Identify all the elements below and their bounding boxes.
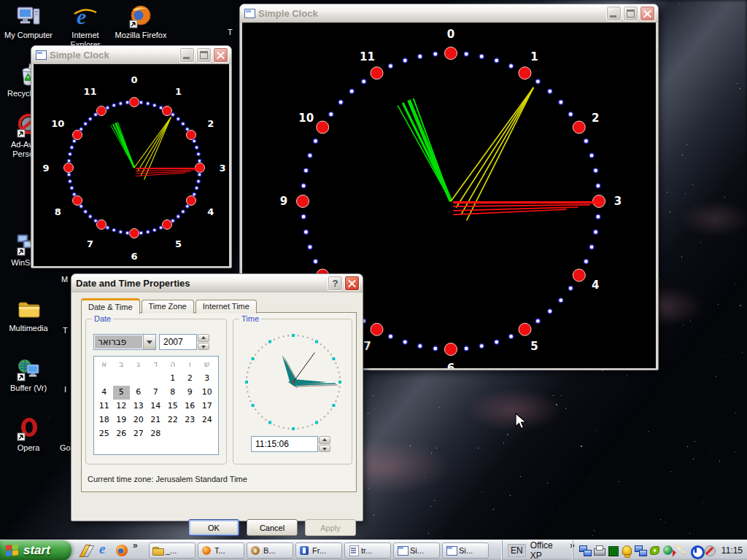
minimize-button[interactable] — [179, 47, 195, 63]
desktop-icon-my-computer[interactable]: My Computer — [1, 4, 55, 40]
calendar-day-13[interactable]: 13 — [130, 400, 147, 413]
apply-button[interactable]: Apply — [305, 519, 356, 536]
help-button[interactable]: ? — [328, 276, 343, 291]
calendar-empty-cell — [96, 372, 113, 386]
calendar-day-24[interactable]: 24 — [198, 413, 216, 427]
calendar-day-1[interactable]: 1 — [164, 372, 182, 386]
calendar-day-26[interactable]: 26 — [113, 427, 131, 441]
maximize-button[interactable] — [623, 6, 638, 21]
calendar-day-15[interactable]: 15 — [164, 400, 182, 413]
year-spinner: 2007 — [159, 334, 209, 350]
tray-globe-download-icon[interactable] — [662, 545, 675, 556]
calendar-day-27[interactable]: 27 — [130, 427, 147, 441]
language-indicator[interactable]: EN — [508, 544, 526, 557]
taskbar-task-bearshare[interactable]: B... — [247, 542, 293, 559]
taskbar-task-tr[interactable]: tr... — [344, 542, 391, 559]
svg-text:2: 2 — [207, 118, 214, 129]
calendar-day-7[interactable]: 7 — [147, 386, 165, 400]
tray-magic-wand-icon[interactable] — [676, 545, 689, 556]
svg-text:0: 0 — [447, 28, 454, 41]
taskbar-task-fr[interactable]: Fr... — [295, 542, 342, 559]
svg-text:1: 1 — [530, 50, 538, 63]
calendar-day-11[interactable]: 11 — [96, 400, 113, 413]
quick-launch-firefox-icon[interactable] — [115, 544, 128, 557]
calendar-day-4[interactable]: 4 — [96, 386, 113, 400]
dialog-analog-clock — [235, 331, 352, 433]
calendar-day-18[interactable]: 18 — [96, 413, 113, 427]
date-group-label: Date — [92, 314, 113, 323]
time-field[interactable]: 11:15:06 — [251, 436, 318, 452]
desktop-icon-internet-explorer[interactable]: e Internet Explorer — [58, 4, 112, 50]
calendar-day-2[interactable]: 2 — [182, 372, 199, 386]
calendar-day-8[interactable]: 8 — [164, 386, 182, 400]
taskbar: start » _... T... B... Fr... tr... Si...… — [0, 540, 747, 560]
desktop-icon-mozilla-firefox[interactable]: Mozilla Firefox — [114, 4, 168, 40]
calendar-day-3[interactable]: 3 — [198, 372, 216, 386]
tray-nvidia-icon[interactable] — [649, 545, 661, 556]
calendar-day-17[interactable]: 17 — [198, 400, 216, 413]
calendar-day-21[interactable]: 21 — [147, 413, 165, 427]
tray-printer-icon[interactable] — [593, 545, 605, 556]
year-down-button[interactable] — [198, 343, 209, 351]
titlebar[interactable]: Date and Time Properties ? — [71, 274, 363, 292]
calendar-empty-cell — [198, 427, 216, 441]
month-select[interactable]: פברואר — [93, 334, 156, 350]
minimize-button[interactable] — [606, 6, 622, 21]
tab-internet-time[interactable]: Internet Time — [196, 300, 257, 314]
quick-launch-internet-explorer-icon[interactable] — [98, 544, 111, 557]
calendar-day-14[interactable]: 14 — [147, 400, 165, 413]
quick-launch-winamp-icon[interactable] — [80, 544, 93, 557]
maximize-button[interactable] — [196, 47, 212, 63]
close-button[interactable] — [344, 276, 360, 291]
quick-launch: » — [76, 540, 149, 560]
calendar-day-16[interactable]: 16 — [182, 400, 199, 413]
calendar-day-23[interactable]: 23 — [182, 413, 199, 427]
taskbar-task-simple-clock-2[interactable]: Si... — [442, 542, 489, 559]
desktop-icon-buffer-vr[interactable]: Buffer (Vr) — [1, 357, 55, 393]
simple-clock-window-small: Simple Clock 01234567891011 — [31, 45, 232, 268]
desktop-icon-opera[interactable]: Opera — [1, 417, 55, 453]
close-button[interactable] — [640, 6, 655, 21]
calendar-empty-cell — [113, 372, 131, 386]
blue-app-icon — [299, 545, 310, 556]
calendar-day-6[interactable]: 6 — [130, 386, 147, 400]
multimedia-folder-icon — [16, 298, 41, 322]
tray-download-manager-icon[interactable] — [690, 545, 703, 556]
calendar-day-22[interactable]: 22 — [164, 413, 182, 427]
quick-launch-chevron-icon[interactable]: » — [133, 540, 138, 551]
time-up-button[interactable] — [319, 436, 330, 444]
tray-network-icon[interactable] — [635, 545, 647, 556]
tab-date-and-time[interactable]: Date & Time — [81, 298, 140, 314]
desktop-icon-multimedia[interactable]: Multimedia — [1, 298, 55, 333]
ok-button[interactable]: OK — [188, 519, 239, 536]
calendar-day-5[interactable]: 5 — [113, 386, 131, 400]
year-field[interactable]: 2007 — [159, 334, 197, 350]
calendar-day-28[interactable]: 28 — [147, 427, 165, 441]
tray-blocked-icon[interactable] — [704, 545, 716, 556]
calendar-day-25[interactable]: 25 — [96, 427, 113, 441]
time-down-button[interactable] — [319, 445, 330, 453]
calendar-day-9[interactable]: 9 — [182, 386, 199, 400]
month-dropdown-button[interactable] — [143, 335, 155, 349]
calendar-day-20[interactable]: 20 — [130, 413, 147, 427]
tray-led-grid-icon[interactable] — [607, 545, 619, 556]
taskbar-task-folder[interactable]: _... — [149, 542, 196, 559]
taskbar-task-simple-clock-1[interactable]: Si... — [393, 542, 440, 559]
tray-network-icon[interactable] — [579, 545, 592, 556]
calendar-day-19[interactable]: 19 — [113, 413, 131, 427]
internet-explorer-icon: e — [73, 4, 98, 29]
cancel-button[interactable]: Cancel — [247, 519, 298, 536]
start-button[interactable]: start — [0, 540, 71, 560]
calendar-day-12[interactable]: 12 — [113, 400, 131, 413]
minimize-icon — [610, 15, 616, 18]
tab-time-zone[interactable]: Time Zone — [142, 300, 194, 314]
tray-alarm-bell-icon[interactable] — [621, 545, 633, 556]
titlebar[interactable]: Simple Clock — [31, 46, 231, 64]
taskbar-task-firefox[interactable]: T... — [198, 542, 244, 559]
office-xp-toolbar[interactable]: Office XP — [530, 540, 566, 560]
year-up-button[interactable] — [198, 334, 209, 342]
calendar-day-10[interactable]: 10 — [198, 386, 216, 400]
minimize-icon — [183, 57, 190, 59]
titlebar[interactable]: Simple Clock — [240, 4, 658, 23]
close-button[interactable] — [213, 47, 228, 63]
